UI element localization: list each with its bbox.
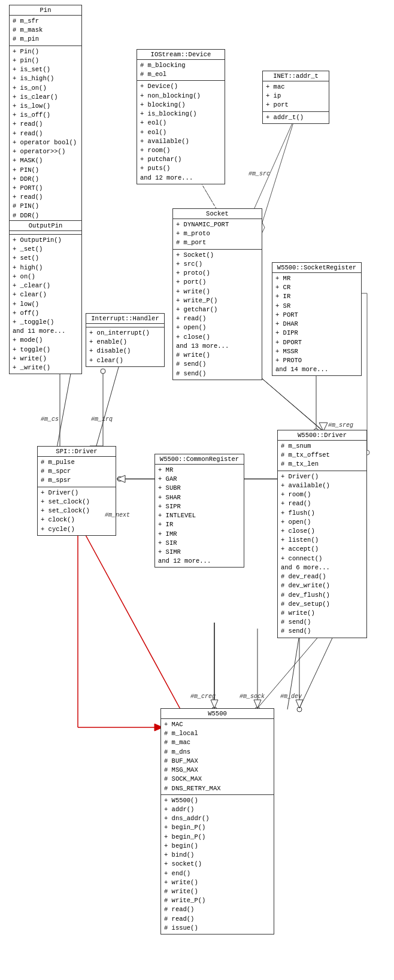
pin-attrs: # m_sfr# m_mask# m_pin — [10, 16, 81, 46]
diagram-container: Pin # m_sfr# m_mask# m_pin + Pin()+ pin(… — [0, 0, 394, 980]
svg-marker-49 — [254, 700, 261, 708]
w5500-driver-title: W5500::Driver — [278, 430, 366, 441]
svg-marker-47 — [211, 700, 218, 708]
outputpin-box: OutputPin + OutputPin()+ _set()+ set()+ … — [9, 220, 82, 374]
pin-box: Pin # m_sfr# m_mask# m_pin + Pin()+ pin(… — [9, 5, 82, 240]
label-m-sreg: #m_sreg — [328, 422, 353, 429]
w5500-title: W5500 — [161, 709, 274, 719]
svg-point-39 — [101, 369, 105, 374]
w5500-attrs: + MAC# m_local# m_mac# m_dns# BUF_MAX# M… — [161, 719, 274, 795]
inet-addr-box: INET::addr_t + mac+ ip+ port + addr_t() — [262, 71, 329, 124]
spi-driver-box: SPI::Driver # m_pulse# m_spcr# m_spsr + … — [37, 446, 116, 536]
label-m-next: #m_next — [105, 512, 130, 518]
spi-driver-title: SPI::Driver — [38, 447, 116, 457]
svg-marker-45 — [117, 475, 125, 483]
socket-methods: + Socket()+ src()+ proto()+ port()+ writ… — [173, 250, 262, 380]
w5500-socketregister-attrs: + MR+ CR+ IR+ SR+ PORT+ DHAR+ DIPR+ DPOR… — [272, 273, 361, 375]
pin-title: Pin — [10, 5, 81, 16]
pin-methods: + Pin()+ pin()+ is_set()+ is_high()+ is_… — [10, 46, 81, 240]
interrupt-handler-methods: + on_interrupt()+ enable()+ disable()+ c… — [86, 327, 164, 366]
spi-driver-attrs: # m_pulse# m_spcr# m_spsr — [38, 457, 116, 487]
socket-box: Socket + DYNAMIC_PORT+ m_proto# m_port +… — [172, 208, 262, 380]
outputpin-title: OutputPin — [10, 221, 81, 231]
socket-attrs: + DYNAMIC_PORT+ m_proto# m_port — [173, 219, 262, 250]
iostream-device-box: IOStream::Device # m_blocking# m_eol + D… — [137, 49, 225, 184]
label-m-src: #m_src — [248, 171, 270, 177]
label-m-dev: #m_dev — [280, 693, 302, 700]
label-m-creg: #m_creg — [190, 693, 216, 700]
iostream-device-methods: + Device()+ non_blocking()+ blocking()+ … — [137, 81, 225, 183]
svg-marker-51 — [296, 700, 303, 708]
inet-addr-methods: + addr_t() — [263, 112, 329, 123]
iostream-device-title: IOStream::Device — [137, 50, 225, 60]
w5500-driver-attrs: # m_snum# m_tx_offset# m_tx_len — [278, 441, 366, 471]
iostream-device-attrs: # m_blocking# m_eol — [137, 60, 225, 81]
inet-addr-title: INET::addr_t — [263, 71, 329, 81]
interrupt-handler-box: Interrupt::Handler + on_interrupt()+ ena… — [86, 313, 165, 367]
spi-driver-methods: + Driver()+ set_clock()+ set_clock()+ cl… — [38, 487, 116, 535]
svg-line-50 — [299, 632, 335, 708]
w5500-methods: + W5500()+ addr()+ dns_addr()+ begin_P()… — [161, 795, 274, 934]
w5500-socketregister-title: W5500::SocketRegister — [272, 263, 361, 273]
svg-point-18 — [117, 477, 122, 481]
w5500-box: W5500 + MAC# m_local# m_mac# m_dns# BUF_… — [160, 708, 274, 935]
label-m-sock: #m_sock — [240, 693, 265, 700]
outputpin-methods: + OutputPin()+ _set()+ set()+ high()+ on… — [10, 235, 81, 374]
svg-line-6 — [248, 117, 295, 222]
w5500-driver-box: W5500::Driver # m_snum# m_tx_offset# m_t… — [277, 430, 367, 638]
inet-addr-attrs: + mac+ ip+ port — [263, 81, 329, 112]
label-m-irq: #m_irq — [91, 416, 113, 423]
interrupt-handler-title: Interrupt::Handler — [86, 314, 164, 324]
socket-title: Socket — [173, 209, 262, 219]
w5500-commonregister-title: W5500::CommonRegister — [155, 454, 244, 465]
w5500-commonregister-box: W5500::CommonRegister + MR+ GAR+ SUBR+ S… — [154, 454, 244, 568]
svg-point-24 — [297, 707, 302, 712]
w5500-driver-methods: + Driver()+ available()+ room()+ read()+… — [278, 471, 366, 638]
w5500-commonregister-attrs: + MR+ GAR+ SUBR+ SHAR+ SIPR+ INTLEVEL+ I… — [155, 465, 244, 567]
w5500-socketregister-box: W5500::SocketRegister + MR+ CR+ IR+ SR+ … — [272, 262, 362, 376]
label-m-cs: #m_cs — [41, 416, 59, 423]
